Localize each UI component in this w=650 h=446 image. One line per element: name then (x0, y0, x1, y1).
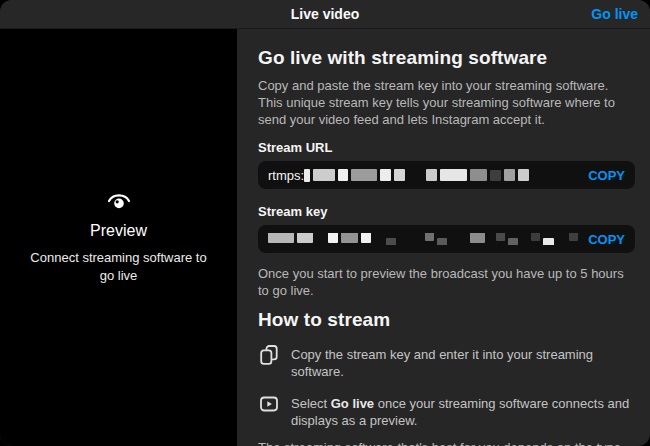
software-choice-note: The streaming software that's best for y… (258, 439, 635, 446)
redacted-block (394, 169, 405, 181)
preview-panel: Preview Connect streaming software to go… (0, 29, 237, 446)
redacted-block (543, 238, 554, 246)
redacted-block (268, 233, 294, 243)
redacted-block (470, 169, 487, 181)
stream-url-redacted-value (304, 169, 580, 182)
step-copy-key: Copy the stream key and enter it into yo… (258, 344, 635, 380)
redaction-gap (408, 175, 423, 176)
step-go-live-text: Select Go live once your streaming softw… (291, 393, 635, 429)
modal-header: Live video Go live (0, 0, 650, 29)
stream-url-prefix: rtmps: (268, 168, 304, 183)
preview-title: Preview (90, 222, 147, 240)
eye-icon (106, 190, 132, 212)
go-live-button[interactable]: Go live (591, 6, 638, 22)
redaction-gap (557, 239, 566, 240)
stream-key-redacted-value (268, 233, 580, 245)
redacted-block (518, 169, 529, 181)
redacted-block (341, 233, 358, 243)
step-go-live-prefix: Select (291, 396, 331, 411)
redacted-block (531, 233, 540, 241)
redaction-gap (450, 239, 467, 240)
redacted-block (338, 169, 348, 181)
redaction-gap (374, 239, 383, 240)
redacted-block (569, 233, 578, 241)
stream-setup-panel: Go live with streaming software Copy and… (237, 29, 650, 446)
video-play-icon (259, 393, 279, 415)
redacted-block (304, 169, 310, 182)
redacted-block (380, 169, 391, 181)
stream-url-label: Stream URL (258, 140, 635, 155)
redaction-gap (316, 239, 325, 240)
redacted-block (313, 169, 335, 181)
modal-body: Preview Connect streaming software to go… (0, 29, 650, 446)
redacted-block (437, 238, 447, 245)
redacted-block (504, 169, 515, 181)
redacted-block (440, 169, 467, 181)
redacted-block (328, 233, 338, 243)
preview-subtitle: Connect streaming software to go live (24, 249, 214, 284)
redaction-gap (521, 239, 528, 240)
redacted-block (496, 233, 505, 241)
redaction-gap (488, 239, 493, 240)
modal-title: Live video (0, 6, 650, 22)
how-to-stream-heading: How to stream (258, 309, 635, 331)
redacted-block (361, 233, 371, 243)
redacted-block (351, 169, 377, 181)
copy-icon (259, 344, 279, 366)
copy-stream-key-button[interactable]: COPY (588, 232, 625, 247)
go-live-heading: Go live with streaming software (258, 47, 635, 69)
redaction-gap (399, 239, 422, 240)
redacted-block (490, 170, 501, 181)
stream-key-label: Stream key (258, 204, 635, 219)
step-copy-key-text: Copy the stream key and enter it into yo… (291, 344, 635, 380)
copy-stream-url-button[interactable]: COPY (588, 168, 625, 183)
step-go-live-bold: Go live (331, 396, 374, 411)
redacted-block (426, 169, 437, 181)
redacted-block (425, 233, 434, 241)
stream-description: Copy and paste the stream key into your … (258, 77, 635, 128)
redacted-block (470, 233, 485, 243)
redacted-block (386, 238, 396, 245)
stream-key-field[interactable]: COPY (258, 225, 635, 253)
redacted-block (297, 233, 313, 243)
step-go-live: Select Go live once your streaming softw… (258, 393, 635, 429)
stream-url-field[interactable]: rtmps: COPY (258, 161, 635, 189)
redacted-block (508, 238, 518, 245)
preview-time-note: Once you start to preview the broadcast … (258, 265, 635, 299)
live-video-modal: Live video Go live Preview Connect strea… (0, 0, 650, 446)
